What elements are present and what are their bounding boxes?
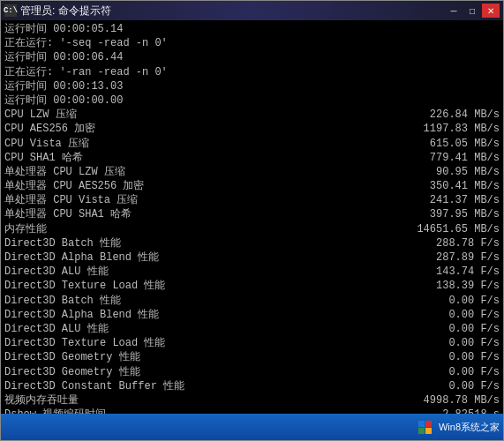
console-plain-line: 运行时间 00:00:00.00 — [4, 93, 500, 108]
line-label: 内存性能 — [4, 222, 47, 236]
line-label: 单处理器 CPU SHA1 哈希 — [4, 207, 132, 221]
line-value: 241.37 MB/s — [430, 193, 500, 207]
console-plain-line: 正在运行: '-ran -read -n 0' — [4, 65, 500, 79]
line-value: 143.74 F/s — [436, 265, 500, 279]
console-kv-line: 单处理器 CPU LZW 压缩90.95 MB/s — [4, 165, 500, 179]
console-plain-line: 运行时间 00:00:13.03 — [4, 79, 500, 93]
console-kv-line: 视频内存吞吐量4998.78 MB/s — [4, 393, 500, 407]
line-label: Direct3D ALU 性能 — [4, 265, 109, 279]
console-kv-line: 单处理器 CPU SHA1 哈希397.95 MB/s — [4, 207, 500, 221]
line-label: Direct3D Geometry 性能 — [4, 350, 140, 364]
console-kv-line: Direct3D Batch 性能288.78 F/s — [4, 236, 500, 250]
console-content[interactable]: 运行时间 00:00:05.14正在运行: '-seq -read -n 0'运… — [1, 20, 503, 414]
line-value: 615.05 MB/s — [430, 137, 500, 151]
window-title: 管理员: 命令提示符 — [20, 4, 111, 19]
console-plain-line: 正在运行: '-seq -read -n 0' — [4, 36, 500, 50]
title-bar-left: C:\ 管理员: 命令提示符 — [4, 4, 111, 19]
logo-sq-red — [425, 421, 432, 427]
windows-logo — [418, 421, 432, 434]
console-kv-line: Direct3D Alpha Blend 性能0.00 F/s — [4, 308, 500, 322]
console-kv-line: 单处理器 CPU AES256 加密350.41 MB/s — [4, 179, 500, 193]
line-label: CPU LZW 压缩 — [4, 108, 77, 122]
line-label: Direct3D Batch 性能 — [4, 294, 121, 308]
line-value: 2.82518 s — [442, 407, 500, 414]
logo-sq-yellow — [425, 428, 432, 434]
close-button[interactable]: ✕ — [482, 4, 500, 18]
title-bar: C:\ 管理员: 命令提示符 ─ □ ✕ — [1, 1, 503, 20]
line-value: 4998.78 MB/s — [424, 393, 500, 407]
console-kv-line: CPU SHA1 哈希779.41 MB/s — [4, 151, 500, 165]
line-label: 单处理器 CPU AES256 加密 — [4, 179, 144, 193]
minimize-button[interactable]: ─ — [445, 4, 463, 18]
console-kv-line: Direct3D Geometry 性能0.00 F/s — [4, 365, 500, 379]
line-value: 397.95 MB/s — [430, 207, 500, 221]
console-kv-line: Direct3D Constant Buffer 性能0.00 F/s — [4, 379, 500, 393]
console-kv-line: Direct3D Alpha Blend 性能287.89 F/s — [4, 250, 500, 265]
line-label: CPU Vista 压缩 — [4, 137, 89, 151]
line-label: Direct3D Texture Load 性能 — [4, 336, 165, 350]
maximize-button[interactable]: □ — [463, 4, 481, 18]
line-value: 0.00 F/s — [448, 336, 500, 350]
line-label: 视频内存吞吐量 — [4, 393, 79, 407]
taskbar-right: Win8系统之家 — [418, 421, 500, 434]
line-label: Direct3D Geometry 性能 — [4, 365, 140, 379]
console-kv-line: Direct3D Batch 性能0.00 F/s — [4, 294, 500, 308]
line-label: Direct3D Alpha Blend 性能 — [4, 308, 159, 322]
line-value: 287.89 F/s — [436, 250, 500, 265]
console-kv-line: CPU AES256 加密1197.83 MB/s — [4, 122, 500, 136]
console-kv-line: CPU Vista 压缩615.05 MB/s — [4, 137, 500, 151]
line-value: 138.39 F/s — [436, 279, 500, 293]
console-kv-line: Direct3D Texture Load 性能0.00 F/s — [4, 336, 500, 350]
line-label: CPU SHA1 哈希 — [4, 151, 83, 165]
line-label: Direct3D Texture Load 性能 — [4, 279, 165, 293]
line-value: 0.00 F/s — [448, 365, 500, 379]
line-value: 14651.65 MB/s — [417, 222, 500, 236]
console-kv-line: Dshow 视频编码时间2.82518 s — [4, 407, 500, 414]
console-kv-line: Direct3D ALU 性能143.74 F/s — [4, 265, 500, 279]
line-label: Direct3D Batch 性能 — [4, 236, 121, 250]
taskbar: Win8系统之家 — [1, 414, 503, 440]
line-label: Dshow 视频编码时间 — [4, 407, 106, 414]
line-label: 单处理器 CPU Vista 压缩 — [4, 193, 138, 207]
line-label: CPU AES256 加密 — [4, 122, 95, 136]
line-value: 1197.83 MB/s — [424, 122, 500, 136]
taskbar-text: Win8系统之家 — [439, 421, 500, 434]
console-kv-line: Direct3D ALU 性能0.00 F/s — [4, 322, 500, 336]
line-label: Direct3D ALU 性能 — [4, 322, 109, 336]
logo-sq-green — [418, 428, 425, 434]
console-kv-line: 内存性能14651.65 MB/s — [4, 222, 500, 236]
console-kv-line: Direct3D Texture Load 性能138.39 F/s — [4, 279, 500, 293]
line-label: Direct3D Alpha Blend 性能 — [4, 250, 159, 265]
line-label: Direct3D Constant Buffer 性能 — [4, 379, 184, 393]
line-value: 226.84 MB/s — [430, 108, 500, 122]
line-value: 0.00 F/s — [448, 379, 500, 393]
console-area: 运行时间 00:00:05.14正在运行: '-seq -read -n 0'运… — [1, 20, 503, 414]
line-value: 350.41 MB/s — [430, 179, 500, 193]
console-kv-line: CPU LZW 压缩226.84 MB/s — [4, 108, 500, 122]
line-value: 0.00 F/s — [448, 294, 500, 308]
console-plain-line: 运行时间 00:00:05.14 — [4, 22, 500, 36]
console-kv-line: Direct3D Geometry 性能0.00 F/s — [4, 350, 500, 364]
line-value: 90.95 MB/s — [436, 165, 500, 179]
console-plain-line: 运行时间 00:00:06.44 — [4, 50, 500, 64]
logo-sq-blue — [418, 421, 425, 427]
window: C:\ 管理员: 命令提示符 ─ □ ✕ 运行时间 00:00:05.14正在运… — [0, 0, 504, 441]
line-label: 单处理器 CPU LZW 压缩 — [4, 165, 125, 179]
line-value: 0.00 F/s — [448, 350, 500, 364]
line-value: 0.00 F/s — [448, 322, 500, 336]
line-value: 288.78 F/s — [436, 236, 500, 250]
line-value: 0.00 F/s — [448, 308, 500, 322]
window-icon: C:\ — [4, 4, 17, 17]
console-kv-line: 单处理器 CPU Vista 压缩241.37 MB/s — [4, 193, 500, 207]
line-value: 779.41 MB/s — [430, 151, 500, 165]
title-buttons: ─ □ ✕ — [445, 4, 500, 18]
